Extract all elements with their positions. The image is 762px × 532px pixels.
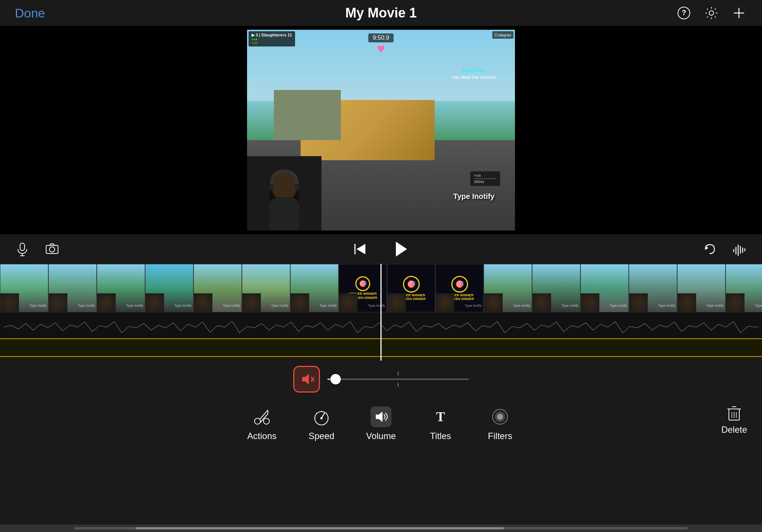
actions-label: Actions [247,431,277,441]
volume-tick-center [398,372,398,375]
delete-label: Delete [721,425,747,435]
volume-slider-fill [327,378,330,380]
speed-label: Speed [308,431,334,441]
thumb-10: 🎯 WINNER WINNERCHICKEN DINNER Type Inoti… [435,264,484,312]
weapon-hud: Auto 25/241 [470,171,500,186]
svg-point-48 [497,414,503,420]
thumb-16: Type Inotify [726,264,762,312]
scissors-icon-container [252,406,272,427]
volume-tick-center-bottom [398,383,398,387]
speed-icon [312,407,331,426]
volume-area [0,364,762,394]
add-button[interactable] [731,5,747,21]
titles-icon: T [431,407,450,426]
heart-icon: ♥ [377,41,385,57]
bottom-toolbar: Actions Speed [0,394,762,454]
settings-button[interactable] [703,5,720,21]
header-left: Done [15,6,45,20]
volume-slider-thumb[interactable] [330,374,341,384]
volume-label: Volume [366,431,396,441]
thumb-7: Type Inotify [290,264,339,312]
scrollbar-thumb[interactable] [136,527,504,529]
streamer-silhouette [247,156,321,230]
thumb-6: Type Inotify [242,264,290,312]
scrollbar-track [74,527,688,529]
scissors-icon [252,407,272,426]
volume-slider-track [327,378,469,380]
header-center: My Movie 1 [345,5,417,21]
filters-icon [490,407,510,426]
svg-point-32 [263,418,269,424]
settings-icon [705,6,718,20]
play-icon [391,239,410,259]
microphone-icon [15,242,30,257]
microphone-button[interactable] [15,242,30,257]
svg-line-42 [316,413,317,414]
speed-icon-container [311,406,332,427]
titles-icon-container: T [430,406,451,427]
thumb-8: 🎯 WINNER WINNERCHICKEN DINNER Type Inoti… [339,264,387,312]
crabgrass-label: Crabgras [492,31,513,39]
delete-button[interactable]: Delete [721,404,747,435]
help-button[interactable]: ? [676,5,692,21]
svg-point-2 [709,11,714,15]
thumb-12: Type Inotify [532,264,580,312]
face-cam [247,156,321,230]
video-preview: ▶ 3 | Slaughterers 11 ●●● +20 9:50.9 ♥ B… [247,30,515,230]
volume-slider-wrapper[interactable] [327,372,469,387]
toolbar-item-actions[interactable]: Actions [247,406,277,441]
svg-text:?: ? [682,9,686,17]
svg-text:T: T [436,409,445,424]
preview-container: ▶ 3 | Slaughterers 11 ●●● +20 9:50.9 ♥ B… [0,26,762,234]
camera-icon [45,242,60,257]
svg-marker-19 [356,244,365,254]
svg-line-41 [326,413,327,414]
header-right: ? [676,5,747,21]
toolbar-item-titles[interactable]: T Titles [426,406,455,441]
rewind-to-start-button[interactable] [352,241,368,257]
like-notification: Basit Khan has liked the stream! [452,67,496,80]
camera-button[interactable] [45,242,60,257]
thumb-1: Type Inotify [0,264,48,312]
toolbar-item-speed[interactable]: Speed [307,406,336,441]
thumb-14: Type Inotify [629,264,677,312]
volume-icon [374,409,388,424]
svg-marker-44 [376,412,382,422]
svg-point-17 [49,247,55,252]
type-inotify-label: Type Inotify [453,192,494,201]
thumb-9: 🎯 WINNER WINNERCHICKEN DINNER [387,264,435,312]
like-user: Basit Khan [462,68,486,73]
titles-label: Titles [430,431,451,441]
help-icon: ? [677,6,691,20]
mute-button[interactable] [293,366,320,393]
thumb-13: Type Inotify [580,264,629,312]
waveform-button[interactable] [732,242,747,257]
like-text: has liked the stream! [452,74,496,80]
playback-left-controls [15,242,60,257]
svg-marker-28 [302,374,309,384]
playhead [381,264,382,361]
thumb-3: Type Inotify [97,264,145,312]
header: Done My Movie 1 ? [0,0,762,26]
play-button[interactable] [391,239,410,259]
filters-label: Filters [488,431,512,441]
bottom-scrollbar[interactable] [0,525,762,532]
toolbar-items: Actions Speed [247,406,515,441]
undo-icon [702,242,717,257]
waveform-icon [732,242,747,257]
toolbar-item-volume[interactable]: Volume [366,406,396,441]
done-button[interactable]: Done [15,6,45,20]
undo-button[interactable] [702,242,717,257]
svg-point-43 [320,417,323,419]
thumb-2: Type Inotify [48,264,97,312]
mute-icon [299,372,314,387]
filters-icon-container [490,406,510,427]
svg-marker-21 [705,246,708,250]
timeline-container: Type Inotify Type Inotify Type Inotify T… [0,264,762,361]
playback-controls [0,234,762,264]
add-icon [732,6,746,20]
thumb-15: Type Inotify [677,264,726,312]
svg-rect-13 [20,243,25,251]
toolbar-item-filters[interactable]: Filters [485,406,515,441]
svg-marker-20 [396,242,407,257]
